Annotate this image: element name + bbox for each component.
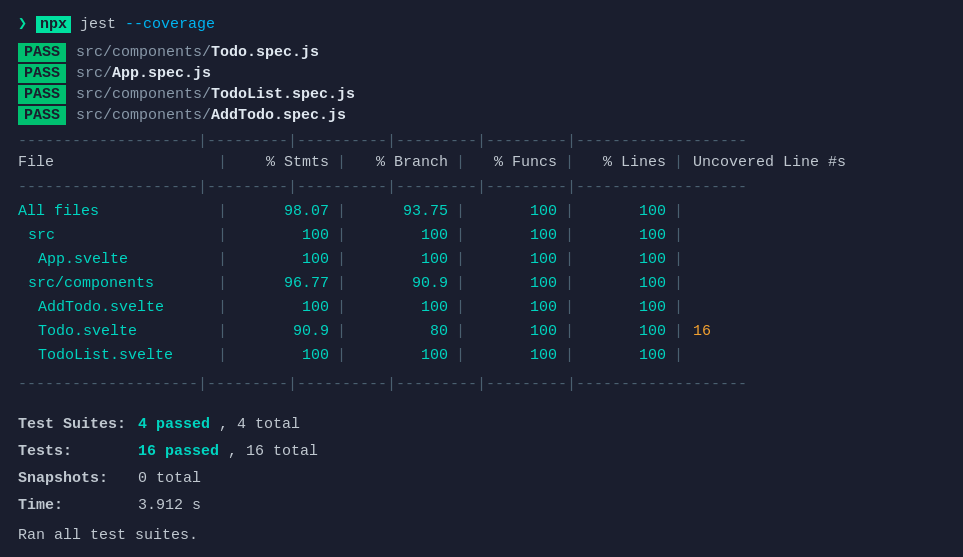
summary-time-row: Time: 3.912 s	[18, 492, 945, 519]
sep2: |	[337, 154, 346, 171]
summary-time-value: 3.912 s	[138, 492, 201, 519]
summary-suites-passed: 4 passed	[138, 416, 210, 433]
pass-item: PASS src/App.spec.js	[18, 64, 945, 83]
row-lines: 100	[574, 320, 674, 344]
row-funcs: 100	[465, 296, 565, 320]
row-sep1: |	[218, 248, 227, 272]
row-file: AddTodo.svelte	[18, 296, 218, 320]
row-branch: 80	[346, 320, 456, 344]
row-lines: 100	[574, 224, 674, 248]
row-sep5: |	[674, 224, 683, 248]
row-sep2: |	[337, 224, 346, 248]
summary-snapshots-row: Snapshots: 0 total	[18, 465, 945, 492]
row-sep3: |	[456, 320, 465, 344]
row-lines: 100	[574, 296, 674, 320]
pass-badge: PASS	[18, 85, 66, 104]
row-sep3: |	[456, 200, 465, 224]
row-sep5: |	[674, 344, 683, 368]
row-stmts: 90.9	[227, 320, 337, 344]
row-sep1: |	[218, 344, 227, 368]
row-lines: 100	[574, 200, 674, 224]
summary-time-label: Time:	[18, 492, 138, 519]
sep3: |	[456, 154, 465, 171]
row-sep2: |	[337, 200, 346, 224]
row-sep5: |	[674, 200, 683, 224]
row-sep3: |	[456, 224, 465, 248]
table-header: File | % Stmts | % Branch | % Funcs | % …	[18, 154, 945, 171]
col-header-stmts: % Stmts	[227, 154, 337, 171]
col-header-branch: % Branch	[346, 154, 456, 171]
row-funcs: 100	[465, 344, 565, 368]
row-file: src	[18, 224, 218, 248]
row-sep1: |	[218, 296, 227, 320]
summary-tests-passed: 16 passed	[138, 443, 219, 460]
summary-suites-label: Test Suites:	[18, 411, 138, 438]
row-sep5: |	[674, 296, 683, 320]
pass-file-bold: Todo.spec.js	[211, 44, 319, 61]
table-row: All files | 98.07 | 93.75 | 100 | 100 |	[18, 200, 945, 224]
row-sep2: |	[337, 344, 346, 368]
pass-file-bold: App.spec.js	[112, 65, 211, 82]
row-sep3: |	[456, 296, 465, 320]
prompt-npx: npx	[36, 16, 71, 33]
pass-item: PASS src/components/TodoList.spec.js	[18, 85, 945, 104]
divider-top: --------------------|---------|---------…	[18, 133, 945, 150]
pass-file-path: src/components/AddTodo.spec.js	[76, 107, 346, 124]
row-sep1: |	[218, 224, 227, 248]
pass-badge: PASS	[18, 43, 66, 62]
row-file: src/components	[18, 272, 218, 296]
command-line: ❯ npx jest --coverage	[18, 14, 945, 33]
row-funcs: 100	[465, 200, 565, 224]
row-branch: 100	[346, 248, 456, 272]
sep1: |	[218, 154, 227, 171]
row-lines: 100	[574, 272, 674, 296]
divider-mid: --------------------|---------|---------…	[18, 179, 945, 196]
divider-bot: --------------------|---------|---------…	[18, 376, 945, 393]
row-sep5: |	[674, 248, 683, 272]
pass-items-container: PASS src/components/Todo.spec.js PASS sr…	[18, 43, 945, 125]
row-sep2: |	[337, 320, 346, 344]
table-row: src/components | 96.77 | 90.9 | 100 | 10…	[18, 272, 945, 296]
row-sep4: |	[565, 248, 574, 272]
cmd-jest: jest	[80, 16, 125, 33]
row-stmts: 100	[227, 224, 337, 248]
table-row: TodoList.svelte | 100 | 100 | 100 | 100 …	[18, 344, 945, 368]
pass-file-bold: AddTodo.spec.js	[211, 107, 346, 124]
row-branch: 93.75	[346, 200, 456, 224]
row-stmts: 100	[227, 296, 337, 320]
row-sep4: |	[565, 272, 574, 296]
summary-snapshots-value: 0 total	[138, 465, 201, 492]
row-branch: 100	[346, 296, 456, 320]
summary-section: Test Suites: 4 passed , 4 total Tests: 1…	[18, 411, 945, 519]
pass-file-path: src/components/TodoList.spec.js	[76, 86, 355, 103]
row-branch: 90.9	[346, 272, 456, 296]
row-sep4: |	[565, 296, 574, 320]
row-file: All files	[18, 200, 218, 224]
pass-item: PASS src/components/Todo.spec.js	[18, 43, 945, 62]
pass-badge: PASS	[18, 64, 66, 83]
row-stmts: 96.77	[227, 272, 337, 296]
row-sep1: |	[218, 320, 227, 344]
row-stmts: 100	[227, 344, 337, 368]
summary-suites-row: Test Suites: 4 passed , 4 total	[18, 411, 945, 438]
row-sep2: |	[337, 248, 346, 272]
table-row: App.svelte | 100 | 100 | 100 | 100 |	[18, 248, 945, 272]
row-branch: 100	[346, 224, 456, 248]
sep5: |	[674, 154, 683, 171]
row-sep2: |	[337, 272, 346, 296]
row-file: TodoList.svelte	[18, 344, 218, 368]
summary-tests-row: Tests: 16 passed , 16 total	[18, 438, 945, 465]
row-funcs: 100	[465, 224, 565, 248]
table-rows-container: All files | 98.07 | 93.75 | 100 | 100 | …	[18, 200, 945, 368]
row-file: App.svelte	[18, 248, 218, 272]
col-header-lines: % Lines	[574, 154, 674, 171]
row-uncovered: 16	[683, 320, 945, 344]
row-file: Todo.svelte	[18, 320, 218, 344]
row-lines: 100	[574, 344, 674, 368]
row-sep4: |	[565, 200, 574, 224]
row-branch: 100	[346, 344, 456, 368]
row-sep4: |	[565, 224, 574, 248]
summary-suites-total: , 4 total	[219, 416, 300, 433]
row-funcs: 100	[465, 272, 565, 296]
row-stmts: 98.07	[227, 200, 337, 224]
